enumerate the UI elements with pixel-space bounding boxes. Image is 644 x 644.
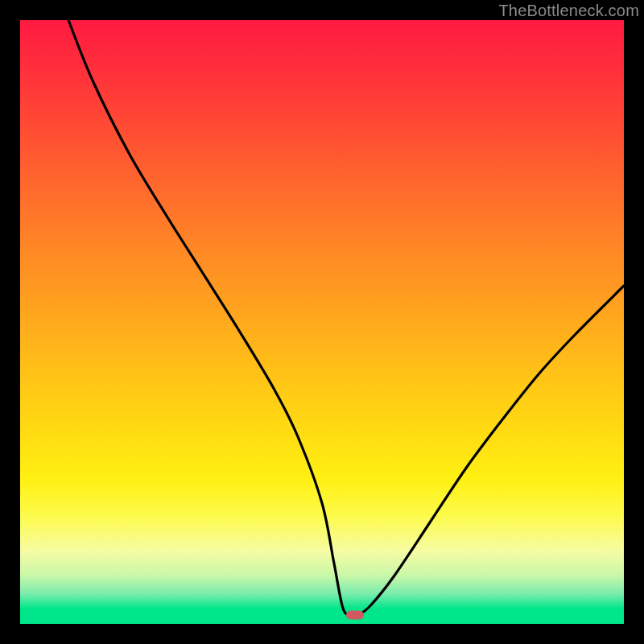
optimal-point-marker: [346, 610, 364, 619]
watermark: TheBottleneck.com: [498, 2, 639, 20]
curve-line: [68, 20, 624, 616]
chart-frame: TheBottleneck.com: [0, 0, 644, 644]
bottleneck-curve: [20, 20, 624, 624]
plot-area: [20, 20, 624, 624]
